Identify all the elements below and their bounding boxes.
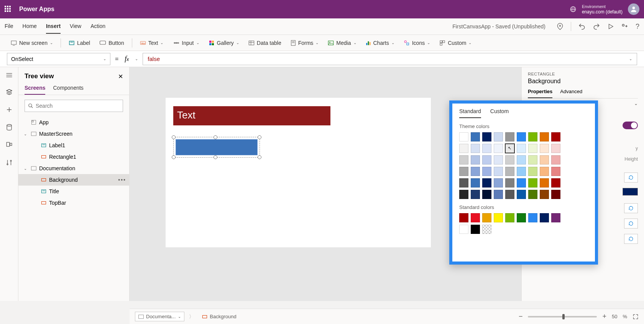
color-swatch[interactable]	[471, 190, 480, 199]
ribbon-media[interactable]: Media⌄	[324, 38, 360, 48]
search-input[interactable]	[36, 103, 120, 109]
color-swatch[interactable]	[482, 155, 491, 164]
share-icon[interactable]	[621, 23, 629, 30]
zoom-slider[interactable]	[528, 316, 597, 317]
tree-node-topbar[interactable]: TopBar	[18, 197, 129, 209]
canvas-selected-rectangle[interactable]	[176, 139, 258, 155]
more-icon[interactable]: •••	[118, 177, 126, 183]
ribbon-text[interactable]: Abc Text⌄	[136, 38, 168, 48]
play-icon[interactable]	[607, 23, 614, 30]
color-swatch[interactable]	[528, 178, 537, 187]
color-swatch[interactable]	[540, 190, 549, 199]
color-swatch[interactable]	[471, 167, 480, 176]
database-icon[interactable]	[6, 124, 13, 131]
color-swatch[interactable]	[517, 155, 526, 164]
fx-icon[interactable]: fx	[123, 55, 130, 63]
close-icon[interactable]: ✕	[118, 73, 123, 80]
visible-toggle[interactable]	[623, 122, 638, 129]
picker-tab-custom[interactable]: Custom	[490, 108, 509, 118]
color-swatch[interactable]	[551, 132, 560, 141]
color-swatch[interactable]	[528, 213, 537, 222]
reset-button[interactable]	[624, 219, 638, 229]
color-swatch[interactable]	[517, 144, 526, 153]
color-swatch[interactable]	[505, 178, 514, 187]
fit-screen-icon[interactable]	[632, 314, 639, 320]
resize-handle[interactable]	[172, 155, 176, 159]
fx-chevron-icon[interactable]: ⌄	[135, 57, 138, 61]
color-swatch[interactable]	[517, 178, 526, 187]
color-swatch[interactable]	[551, 178, 560, 187]
color-swatch[interactable]	[528, 144, 537, 153]
color-swatch[interactable]	[459, 167, 468, 176]
color-swatch[interactable]	[459, 190, 468, 199]
tab-components[interactable]: Components	[53, 85, 83, 95]
color-swatch[interactable]	[540, 213, 549, 222]
color-sample-fill[interactable]	[623, 188, 638, 196]
color-swatch[interactable]	[471, 132, 480, 141]
media-panel-icon[interactable]	[6, 141, 13, 148]
color-swatch[interactable]	[517, 132, 526, 141]
reset-button[interactable]	[624, 234, 638, 244]
color-swatch[interactable]	[482, 190, 491, 199]
resize-handle[interactable]	[172, 135, 176, 139]
ribbon-label[interactable]: Label	[65, 38, 94, 48]
ribbon-input[interactable]: Input⌄	[169, 38, 203, 48]
color-swatch[interactable]	[528, 132, 537, 141]
picker-tab-standard[interactable]: Standard	[459, 108, 481, 118]
color-swatch[interactable]	[494, 144, 503, 153]
color-swatch[interactable]	[459, 178, 468, 187]
ribbon-forms[interactable]: Forms⌄	[287, 38, 323, 48]
color-swatch[interactable]	[471, 155, 480, 164]
hamburger-icon[interactable]	[6, 72, 13, 78]
resize-handle[interactable]	[258, 155, 261, 159]
color-swatch[interactable]	[459, 155, 468, 164]
color-swatch[interactable]	[494, 132, 503, 141]
breadcrumb-control[interactable]: Background	[199, 312, 240, 321]
color-swatch[interactable]	[482, 167, 491, 176]
add-icon[interactable]	[6, 106, 13, 113]
color-swatch[interactable]	[540, 132, 549, 141]
reset-button[interactable]	[624, 203, 638, 213]
color-swatch[interactable]	[494, 155, 503, 164]
color-swatch[interactable]	[459, 132, 468, 141]
formula-input[interactable]: false ⌄	[143, 53, 637, 65]
color-swatch[interactable]	[517, 213, 526, 222]
color-swatch[interactable]	[459, 144, 468, 153]
color-swatch[interactable]	[482, 178, 491, 187]
color-swatch[interactable]: ↖	[505, 144, 514, 153]
tree-node-label1[interactable]: Label1	[18, 140, 129, 151]
color-swatch[interactable]	[471, 225, 480, 234]
waffle-icon[interactable]	[5, 6, 12, 13]
help-icon[interactable]: ?	[636, 23, 639, 31]
tools-icon[interactable]	[6, 159, 13, 166]
color-swatch[interactable]	[540, 178, 549, 187]
menu-file[interactable]: File	[5, 19, 13, 34]
color-swatch[interactable]	[505, 132, 514, 141]
color-swatch[interactable]	[494, 190, 503, 199]
color-swatch[interactable]	[505, 167, 514, 176]
redo-icon[interactable]	[593, 23, 600, 30]
color-swatch[interactable]	[482, 225, 491, 234]
ribbon-data-table[interactable]: Data table	[245, 38, 285, 48]
resize-handle[interactable]	[258, 135, 261, 139]
color-swatch[interactable]	[482, 144, 491, 153]
undo-icon[interactable]	[578, 23, 586, 30]
zoom-in-icon[interactable]: +	[602, 312, 606, 321]
color-swatch[interactable]	[471, 178, 480, 187]
breadcrumb-screen[interactable]: Documenta... ⌄	[135, 312, 184, 321]
app-checker-icon[interactable]	[556, 23, 564, 30]
user-avatar[interactable]	[628, 3, 639, 15]
ribbon-custom[interactable]: Custom⌄	[435, 38, 475, 48]
menu-home[interactable]: Home	[23, 19, 37, 34]
color-swatch[interactable]	[505, 213, 514, 222]
tree-node-background[interactable]: Background •••	[18, 174, 129, 186]
tree-node-app[interactable]: App	[18, 117, 129, 128]
ribbon-new-screen[interactable]: New screen⌄	[7, 38, 57, 48]
color-swatch[interactable]	[540, 144, 549, 153]
color-swatch[interactable]	[540, 155, 549, 164]
tree-node-masterscreen[interactable]: ⌄ MasterScreen	[18, 128, 129, 140]
color-swatch[interactable]	[551, 190, 560, 199]
property-selector[interactable]: OnSelect ⌄	[7, 53, 110, 65]
control-name[interactable]: Background	[528, 78, 638, 85]
environment-block[interactable]: Environment enayu.com (default)	[582, 4, 623, 15]
